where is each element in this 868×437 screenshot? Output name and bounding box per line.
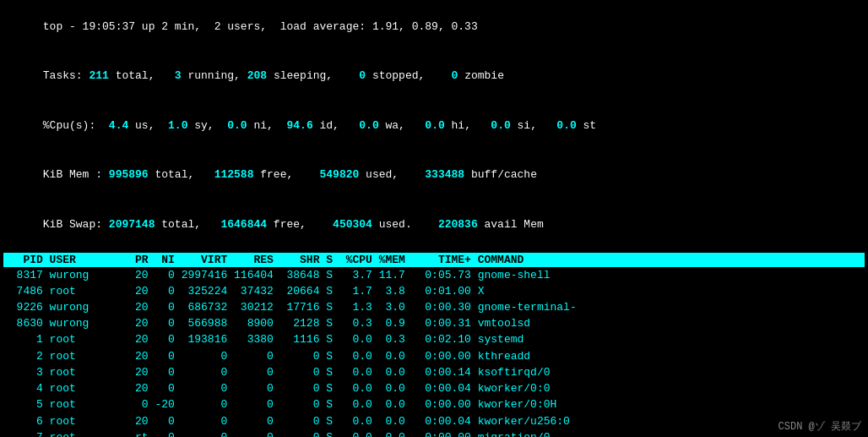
watermark: CSDN @ゾ 吴燚ブ [778,419,861,434]
tasks-label: Tasks: [43,69,90,82]
swap-total-label: total, [155,218,220,231]
process-table-body: 8317 wurong 20 0 2997416 116404 38648 S … [3,267,865,438]
table-row: 9226 wurong 20 0 686732 30212 17716 S 1.… [3,299,865,315]
swap-avail-label: avail Mem [478,218,544,231]
cpu-us-label: us, [128,119,168,132]
mem-total-label: total, [149,168,214,181]
swap-label: KiB Swap: [43,218,109,231]
cpu-id-label: id, [313,119,360,132]
mem-used: 549820 [319,168,359,181]
swap-free-label: free, [267,218,333,231]
table-row: 2 root 20 0 0 0 0 S 0.0 0.0 0:00.00 kthr… [3,348,865,364]
tasks-running-label: running, [182,69,247,82]
swap-used-label: used. [372,218,438,231]
cpu-si-label: si, [511,119,557,132]
cpu-ni: 0.0 [227,119,247,132]
tasks-total-label: total, [109,69,175,82]
table-row: 7 root rt 0 0 0 0 S 0.0 0.0 0:00.00 migr… [3,429,865,437]
table-row: 7486 root 20 0 325224 37432 20664 S 1.7 … [3,283,865,299]
table-row: 8630 wurong 20 0 566988 8900 2128 S 0.3 … [3,315,865,331]
cpu-st-label: st [577,119,596,132]
mem-free: 112588 [214,168,254,181]
cpu-label: %Cpu(s): [43,119,109,132]
tasks-line: Tasks: 211 total, 3 running, 208 sleepin… [3,52,865,101]
cpu-sy-label: sy, [187,119,227,132]
swap-line: KiB Swap: 2097148 total, 1646844 free, 4… [3,199,865,249]
mem-line: KiB Mem : 995896 total, 112588 free, 549… [3,150,865,200]
tasks-zombie-label: zombie [458,69,504,82]
swap-free: 1646844 [220,218,267,231]
mem-total: 995896 [109,168,149,181]
tasks-stopped-label: stopped, [366,69,451,82]
table-row: 1 root 20 0 193816 3380 1116 S 0.0 0.3 0… [3,331,865,347]
cpu-id: 94.6 [286,119,312,132]
swap-total: 2097148 [109,218,155,231]
table-row: 8317 wurong 20 0 2997416 116404 38648 S … [3,267,865,283]
mem-used-label: used, [359,168,425,181]
tasks-sleeping-label: sleeping, [267,69,359,82]
cpu-st: 0.0 [556,119,576,132]
tasks-sleeping: 208 [247,69,267,82]
process-table-header: PID USER PR NI VIRT RES SHR S %CPU %MEM … [3,253,865,267]
uptime-line: top - 19:05:37 up 2 min, 2 users, load a… [3,2,865,52]
mem-free-label: free, [253,168,319,181]
cpu-ni-label: ni, [247,119,287,132]
tasks-running: 3 [175,69,182,82]
swap-used: 450304 [333,218,372,231]
system-info: top - 19:05:37 up 2 min, 2 users, load a… [3,2,865,249]
cpu-hi: 0.0 [425,119,444,132]
cpu-wa-label: wa, [379,119,426,132]
cpu-hi-label: hi, [445,119,491,132]
cpu-wa: 0.0 [359,119,378,132]
mem-label: KiB Mem : [43,168,109,181]
cpu-sy: 1.0 [168,119,187,132]
mem-cache-label: buff/cache [464,168,537,181]
table-row: 4 root 20 0 0 0 0 S 0.0 0.0 0:00.04 kwor… [3,380,865,396]
table-row: 5 root 0 -20 0 0 0 S 0.0 0.0 0:00.00 kwo… [3,396,865,412]
top-label: top [43,20,62,33]
header-text: PID USER PR NI VIRT RES SHR S %CPU %MEM … [3,254,524,266]
cpu-line: %Cpu(s): 4.4 us, 1.0 sy, 0.0 ni, 94.6 id… [3,101,865,150]
tasks-stopped: 0 [359,69,366,82]
terminal-window: top - 19:05:37 up 2 min, 2 users, load a… [0,0,868,437]
table-row: 6 root 20 0 0 0 0 S 0.0 0.0 0:00.04 kwor… [3,413,865,429]
uptime-text: - 19:05:37 up 2 min, 2 users, load avera… [62,20,477,33]
swap-avail: 220836 [438,218,478,231]
mem-cache: 333488 [425,168,464,181]
cpu-us: 4.4 [109,119,128,132]
tasks-total: 211 [89,69,108,82]
cpu-si: 0.0 [491,119,510,132]
table-row: 3 root 20 0 0 0 0 S 0.0 0.0 0:00.14 ksof… [3,364,865,380]
